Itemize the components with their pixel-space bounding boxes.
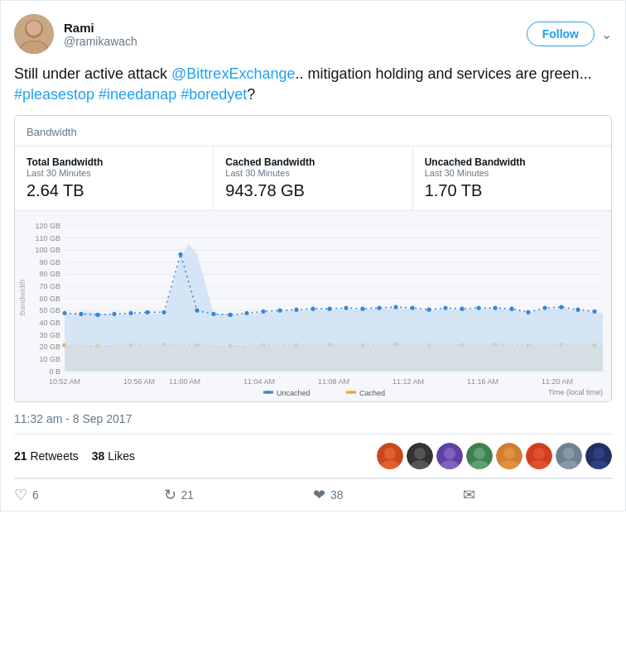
svg-text:11:08 AM: 11:08 AM	[318, 377, 349, 386]
stats-row: Total Bandwidth Last 30 Minutes 2.64 TB …	[15, 146, 611, 211]
svg-point-110	[474, 448, 485, 459]
tweet-mid-text: .. mitigation holding and services are g…	[295, 65, 591, 82]
svg-point-59	[179, 252, 183, 257]
likes-stat[interactable]: 38 Likes	[92, 449, 135, 463]
svg-text:70 GB: 70 GB	[40, 282, 60, 290]
comment-action[interactable]: ♡ 6	[14, 486, 164, 504]
svg-text:50 GB: 50 GB	[40, 307, 60, 315]
svg-text:30 GB: 30 GB	[40, 331, 60, 339]
like-action[interactable]: ❤ 38	[313, 486, 463, 504]
like-action-count: 38	[330, 488, 344, 502]
svg-point-79	[510, 307, 514, 311]
svg-point-101	[384, 448, 396, 459]
svg-point-77	[477, 306, 481, 310]
hashtag-boredyet[interactable]: #boredyet	[181, 86, 247, 103]
svg-point-57	[146, 310, 150, 314]
bandwidth-chart: 120 GB 110 GB 100 GB 90 GB 80 GB 70 GB 6…	[15, 211, 611, 401]
follow-button[interactable]: Follow	[527, 22, 595, 46]
svg-text:Uncached: Uncached	[277, 389, 310, 397]
svg-text:11:12 AM: 11:12 AM	[392, 377, 424, 386]
svg-point-83	[576, 308, 580, 312]
svg-text:Bandwidth: Bandwidth	[18, 280, 26, 316]
retweets-stat[interactable]: 21 Retweets	[14, 449, 79, 463]
chevron-down-icon[interactable]: ⌄	[601, 26, 612, 42]
chart-title: Bandwidth	[26, 126, 77, 138]
svg-text:20 GB: 20 GB	[40, 343, 60, 351]
hashtag-ineedanap[interactable]: #ineedanap	[99, 86, 176, 103]
svg-point-82	[560, 305, 564, 310]
comment-count: 6	[32, 488, 39, 502]
total-bandwidth-sub: Last 30 Minutes	[26, 168, 201, 178]
chart-embed: Bandwidth Total Bandwidth Last 30 Minute…	[14, 115, 612, 402]
svg-point-76	[460, 307, 465, 311]
retweets-label: Retweets	[30, 449, 78, 463]
actions-row: ♡ 6 ↻ 21 ❤ 38 ✉	[14, 479, 612, 511]
user-name[interactable]: Rami	[64, 21, 137, 35]
engagement-row: 21 Retweets 38 Likes	[14, 434, 612, 478]
avatars-row	[377, 443, 612, 469]
svg-point-60	[195, 309, 200, 313]
svg-point-55	[113, 312, 117, 316]
svg-point-84	[593, 310, 597, 314]
retweet-action[interactable]: ↻ 21	[164, 486, 314, 504]
svg-point-69	[344, 306, 349, 310]
svg-point-65	[278, 309, 282, 313]
tweet-mention[interactable]: @BittrexExchange	[171, 65, 295, 82]
mini-avatar-1	[377, 443, 403, 469]
cached-bandwidth-value: 943.78 GB	[225, 181, 400, 200]
svg-text:10 GB: 10 GB	[40, 355, 60, 363]
mini-avatar-7	[556, 443, 582, 469]
cached-bandwidth-block: Cached Bandwidth Last 30 Minutes 943.78 …	[214, 146, 412, 210]
svg-point-116	[533, 448, 545, 459]
likes-count: 38	[92, 449, 105, 463]
svg-point-107	[444, 448, 455, 459]
mail-action[interactable]: ✉	[463, 486, 613, 504]
svg-text:11:20 AM: 11:20 AM	[542, 377, 573, 386]
hashtag-pleasestop[interactable]: #pleasestop	[14, 86, 94, 103]
chart-area: 120 GB 110 GB 100 GB 90 GB 80 GB 70 GB 6…	[15, 211, 611, 401]
svg-point-119	[563, 448, 575, 459]
total-bandwidth-block: Total Bandwidth Last 30 Minutes 2.64 TB	[15, 146, 214, 210]
tweet-text: Still under active attack @BittrexExchan…	[14, 64, 612, 105]
mini-avatar-2	[407, 443, 433, 469]
uncached-bandwidth-block: Uncached Bandwidth Last 30 Minutes 1.70 …	[413, 146, 611, 210]
svg-text:80 GB: 80 GB	[40, 271, 60, 279]
svg-point-62	[229, 313, 233, 317]
user-handle[interactable]: @ramikawach	[64, 35, 137, 48]
tweet-header: Rami @ramikawach Follow ⌄	[14, 14, 612, 54]
avatar	[14, 14, 54, 54]
likes-label: Likes	[108, 449, 135, 463]
retweets-count: 21	[14, 449, 27, 463]
svg-text:90 GB: 90 GB	[40, 258, 60, 266]
svg-text:10:56 AM: 10:56 AM	[123, 377, 155, 386]
svg-point-81	[543, 306, 547, 310]
like-icon: ❤	[313, 486, 325, 504]
svg-point-66	[295, 308, 299, 312]
svg-point-122	[593, 448, 604, 459]
svg-point-95	[267, 391, 270, 394]
svg-text:60 GB: 60 GB	[40, 295, 60, 303]
svg-text:11:00 AM: 11:00 AM	[169, 377, 200, 386]
svg-point-73	[411, 306, 415, 310]
svg-text:120 GB: 120 GB	[36, 222, 60, 230]
svg-text:11:04 AM: 11:04 AM	[243, 377, 275, 386]
svg-point-72	[394, 305, 398, 310]
mini-avatar-6	[526, 443, 552, 469]
mini-avatar-8	[585, 443, 612, 469]
tweet-plain-text: Still under active attack	[14, 65, 171, 82]
svg-text:0 B: 0 B	[50, 367, 60, 376]
svg-point-80	[527, 310, 531, 314]
svg-point-75	[444, 306, 448, 310]
svg-point-104	[414, 448, 426, 459]
svg-text:Cached: Cached	[359, 389, 385, 397]
svg-point-64	[262, 310, 266, 314]
svg-text:10:52 AM: 10:52 AM	[49, 377, 80, 386]
total-bandwidth-value: 2.64 TB	[26, 181, 201, 200]
tweet-header-right: Follow ⌄	[527, 22, 612, 46]
uncached-bandwidth-label: Uncached Bandwidth	[425, 156, 600, 168]
mini-avatar-5	[496, 443, 522, 469]
mail-icon: ✉	[463, 486, 475, 504]
svg-point-54	[96, 313, 100, 317]
cached-bandwidth-label: Cached Bandwidth	[225, 156, 400, 168]
tweet-header-left: Rami @ramikawach	[14, 14, 137, 54]
